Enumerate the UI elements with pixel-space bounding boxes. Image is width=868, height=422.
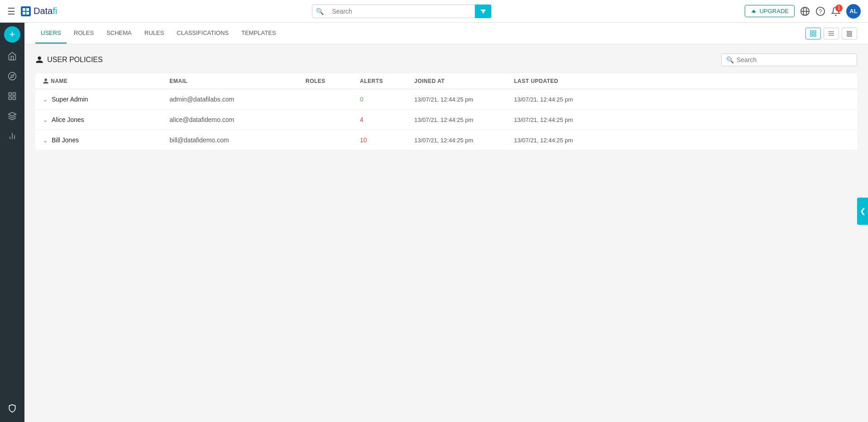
global-search-icon: 🔍 <box>312 8 327 15</box>
svg-rect-3 <box>26 12 29 15</box>
detail-view-icon <box>846 30 853 37</box>
row-email-bill-jones: bill@datafidemo.com <box>170 136 305 144</box>
row-alerts-alice-jones: 4 <box>360 116 414 123</box>
help-icon: ? <box>815 6 825 16</box>
grid-view-button[interactable] <box>805 28 821 39</box>
upgrade-icon <box>751 8 757 15</box>
shield-icon <box>8 404 17 413</box>
table-row: ⌄ Alice Jones alice@datafidemo.com 4 13/… <box>35 110 857 130</box>
upgrade-button[interactable]: UPGRADE <box>745 5 795 17</box>
table-header: NAME EMAIL ROLES ALERTS JOINED AT LAST U… <box>35 73 857 89</box>
global-search-input[interactable] <box>327 5 475 18</box>
detail-view-button[interactable] <box>842 28 857 39</box>
sidebar-item-shield[interactable] <box>0 398 24 418</box>
upgrade-label: UPGRADE <box>760 8 789 15</box>
row-name-super-admin: ⌄ Super Admin <box>43 96 170 103</box>
sidebar-item-compass[interactable] <box>0 66 24 86</box>
svg-text:?: ? <box>819 8 822 15</box>
row-updated-alice-jones: 13/07/21, 12:44:25 pm <box>514 116 850 123</box>
row-expand-super-admin[interactable]: ⌄ <box>43 96 48 103</box>
row-joined-super-admin: 13/07/21, 12:44:25 pm <box>414 96 514 103</box>
svg-rect-21 <box>810 34 813 36</box>
avatar-button[interactable]: AL <box>846 4 861 19</box>
tab-templates[interactable]: TEMPLATES <box>236 23 281 44</box>
tab-bar: USERS ROLES SCHEMA RULES CLASSIFICATIONS… <box>24 23 868 44</box>
logo-icon <box>23 8 29 15</box>
col-header-joined: JOINED AT <box>414 78 514 84</box>
search-wrap: 🔍 <box>66 5 737 18</box>
grid-view-icon <box>810 30 817 37</box>
filter-button[interactable] <box>475 5 491 18</box>
svg-marker-15 <box>9 112 16 116</box>
home-icon <box>8 52 17 61</box>
avatar-initials: AL <box>849 8 857 15</box>
list-view-icon <box>828 30 835 37</box>
col-header-roles: ROLES <box>305 78 360 84</box>
section-search-input[interactable] <box>737 56 852 63</box>
sidebar: + <box>0 23 24 422</box>
svg-rect-0 <box>23 8 25 11</box>
svg-rect-1 <box>26 8 29 11</box>
row-email-alice-jones: alice@datafidemo.com <box>170 116 305 123</box>
topnav-actions: UPGRADE ? 1 AL <box>745 4 861 19</box>
svg-rect-12 <box>13 93 16 96</box>
globe-button[interactable] <box>800 6 810 16</box>
svg-rect-11 <box>9 93 12 96</box>
notification-badge: 1 <box>835 5 843 12</box>
logo-text: Datafi <box>34 6 57 16</box>
col-header-alerts: ALERTS <box>360 78 414 84</box>
svg-rect-14 <box>13 97 16 100</box>
tab-rules[interactable]: RULES <box>139 23 170 44</box>
globe-icon <box>800 6 810 16</box>
topnav: ☰ Datafi 🔍 UPGRADE <box>0 0 868 23</box>
sidebar-item-apps[interactable] <box>0 86 24 106</box>
table-row: ⌄ Super Admin admin@datafilabs.com 0 13/… <box>35 89 857 110</box>
row-joined-alice-jones: 13/07/21, 12:44:25 pm <box>414 116 514 123</box>
col-header-email: EMAIL <box>170 78 305 84</box>
sidebar-add-button[interactable]: + <box>4 26 20 43</box>
logo-box <box>21 6 31 16</box>
svg-rect-22 <box>814 34 816 36</box>
view-actions <box>805 28 857 39</box>
apps-icon <box>8 92 17 101</box>
menu-icon[interactable]: ☰ <box>7 6 15 17</box>
filter-icon <box>480 8 487 15</box>
help-button[interactable]: ? <box>815 6 825 16</box>
tab-users[interactable]: USERS <box>35 23 67 44</box>
svg-rect-13 <box>9 97 12 100</box>
main-content: USERS ROLES SCHEMA RULES CLASSIFICATIONS… <box>24 23 868 422</box>
row-email-super-admin: admin@datafilabs.com <box>170 96 305 103</box>
tab-roles[interactable]: ROLES <box>68 23 99 44</box>
row-alerts-super-admin: 0 <box>360 96 414 103</box>
col-header-name: NAME <box>43 78 170 84</box>
section-title-text: USER POLICIES <box>47 56 103 64</box>
section-search: 🔍 <box>721 53 857 66</box>
row-joined-bill-jones: 13/07/21, 12:44:25 pm <box>414 137 514 144</box>
svg-marker-10 <box>10 74 14 78</box>
section-search-icon: 🔍 <box>726 56 734 63</box>
right-panel-chevron: ❮ <box>860 207 866 215</box>
tab-classifications[interactable]: CLASSIFICATIONS <box>171 23 234 44</box>
tab-schema[interactable]: SCHEMA <box>101 23 137 44</box>
row-name-alice-jones: ⌄ Alice Jones <box>43 116 170 123</box>
row-expand-bill-jones[interactable]: ⌄ <box>43 136 48 144</box>
sidebar-item-home[interactable] <box>0 46 24 66</box>
notifications-button[interactable]: 1 <box>831 6 841 16</box>
user-policies-icon <box>35 56 44 64</box>
row-updated-super-admin: 13/07/21, 12:44:25 pm <box>514 96 850 103</box>
table-row: ⌄ Bill Jones bill@datafidemo.com 10 13/0… <box>35 130 857 150</box>
compass-icon <box>8 72 17 81</box>
layers-icon <box>8 112 17 121</box>
section-header: USER POLICIES 🔍 <box>35 53 857 66</box>
list-view-button[interactable] <box>824 28 839 39</box>
svg-point-9 <box>9 73 16 80</box>
right-panel-toggle[interactable]: ❮ <box>857 198 868 225</box>
sidebar-item-chart[interactable] <box>0 126 24 146</box>
chart-icon <box>8 131 17 141</box>
data-table: NAME EMAIL ROLES ALERTS JOINED AT LAST U… <box>35 73 857 150</box>
svg-rect-19 <box>810 31 813 33</box>
sidebar-item-layers[interactable] <box>0 106 24 126</box>
row-updated-bill-jones: 13/07/21, 12:44:25 pm <box>514 137 850 144</box>
svg-rect-20 <box>814 31 816 33</box>
row-expand-alice-jones[interactable]: ⌄ <box>43 116 48 123</box>
